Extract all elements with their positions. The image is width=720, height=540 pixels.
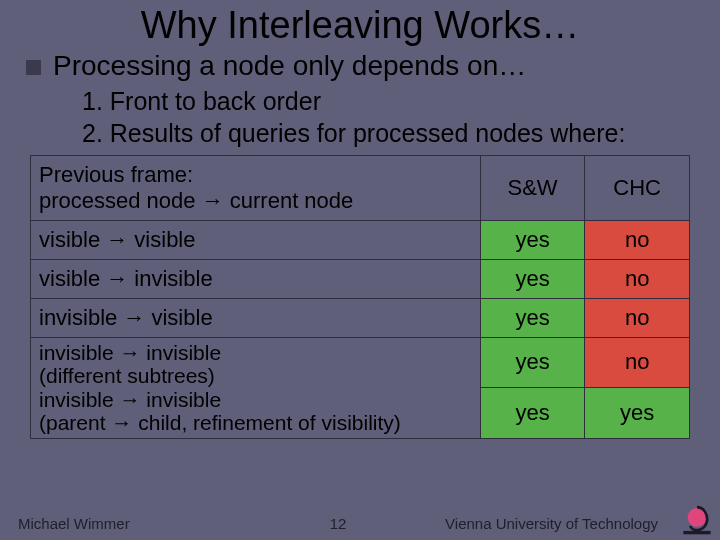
cell-case: invisible → visible <box>31 298 481 337</box>
cell-chc: no <box>585 337 690 388</box>
footer-page-number: 12 <box>298 515 378 532</box>
table-row: invisible → invisible (different subtree… <box>31 337 690 388</box>
cell-sw: yes <box>480 337 585 388</box>
footer-author: Michael Wimmer <box>18 515 298 532</box>
table-row: visible → visible yes no <box>31 220 690 259</box>
cell-sw: yes <box>480 259 585 298</box>
cell-sw: yes <box>480 298 585 337</box>
list-item-1: 1. Front to back order <box>82 85 720 117</box>
footer: Michael Wimmer 12 Vienna University of T… <box>0 515 720 532</box>
comparison-table: Previous frame: processed node → current… <box>30 155 690 439</box>
cell-line: (parent → child, refinement of visibilit… <box>39 411 401 434</box>
cell-sw: yes <box>480 220 585 259</box>
header-text: Previous frame: processed node → current… <box>39 162 472 214</box>
cell-line: invisible → invisible <box>39 341 221 364</box>
cell-line: invisible → invisible <box>39 388 221 411</box>
cell-chc: no <box>585 220 690 259</box>
cell-case: visible → visible <box>31 220 481 259</box>
cell-chc: yes <box>585 388 690 439</box>
logo-icon <box>680 502 714 536</box>
cell-chc: no <box>585 259 690 298</box>
table-header-row: Previous frame: processed node → current… <box>31 155 690 220</box>
slide-title: Why Interleaving Works… <box>0 0 720 49</box>
list-item-2: 2. Results of queries for processed node… <box>82 117 720 149</box>
numbered-list: 1. Front to back order 2. Results of que… <box>0 83 720 153</box>
footer-affiliation: Vienna University of Technology <box>378 515 702 532</box>
cell-case-combined: invisible → invisible (different subtree… <box>31 337 481 438</box>
header-chc: CHC <box>585 155 690 220</box>
cell-sw: yes <box>480 388 585 439</box>
bullet-square-icon <box>26 60 41 75</box>
slide: Why Interleaving Works… Processing a nod… <box>0 0 720 540</box>
header-sw: S&W <box>480 155 585 220</box>
cell-chc: no <box>585 298 690 337</box>
bullet-text: Processing a node only depends on… <box>53 49 526 83</box>
cell-line: (different subtrees) <box>39 364 215 387</box>
table-row: visible → invisible yes no <box>31 259 690 298</box>
table-row: invisible → visible yes no <box>31 298 690 337</box>
svg-rect-1 <box>683 531 710 534</box>
bullet-item: Processing a node only depends on… <box>0 49 720 83</box>
header-prev-frame: Previous frame: processed node → current… <box>31 155 481 220</box>
cell-case: visible → invisible <box>31 259 481 298</box>
